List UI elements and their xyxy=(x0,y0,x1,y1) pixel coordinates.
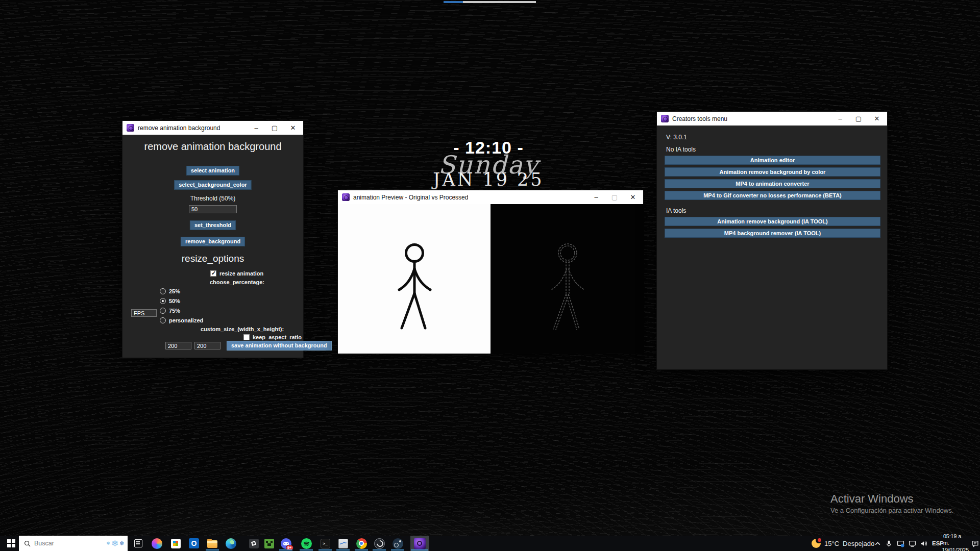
save-animation-button[interactable]: save animation without background xyxy=(227,341,332,350)
resize-animation-checkbox[interactable]: resize animation xyxy=(210,270,263,277)
window-title: Creators tools menu xyxy=(672,115,727,122)
chrome-button[interactable] xyxy=(355,537,368,549)
file-explorer-icon xyxy=(207,540,217,548)
minecraft-button[interactable] xyxy=(263,537,275,549)
maximize-icon[interactable]: ▢ xyxy=(854,112,863,126)
radio-selected-icon[interactable] xyxy=(160,298,166,304)
network-tray-button[interactable] xyxy=(909,536,916,551)
maximize-icon[interactable]: ▢ xyxy=(610,190,619,204)
weather-widget[interactable]: 15°C Despejado xyxy=(812,536,874,551)
edge-button[interactable] xyxy=(225,537,237,549)
file-explorer-button[interactable] xyxy=(206,537,218,549)
microphone-icon xyxy=(885,540,893,547)
threshold-input[interactable] xyxy=(189,205,237,213)
animation-editor-button[interactable]: Animation editor xyxy=(665,156,880,165)
taskbar: ❄ ❄ ❄ O 9+ >_ xyxy=(0,536,980,551)
ia-tools-section-label: IA tools xyxy=(666,207,686,214)
task-view-button[interactable] xyxy=(132,537,144,549)
progress-track xyxy=(463,1,536,3)
obs-button[interactable] xyxy=(373,537,385,549)
keep-aspect-ratio-checkbox[interactable]: keep_aspect_ratio xyxy=(243,334,302,340)
copilot-button[interactable] xyxy=(151,537,163,549)
slideshow-progress-bar xyxy=(444,1,536,3)
close-icon[interactable]: ✕ xyxy=(289,121,297,135)
steam-button[interactable] xyxy=(391,537,404,549)
microphone-tray-button[interactable] xyxy=(885,536,893,551)
volume-tray-button[interactable] xyxy=(920,536,927,551)
stick-figure-original xyxy=(338,204,491,354)
clock-time: - 12:10 - xyxy=(412,138,565,158)
running-indicator-active xyxy=(411,549,428,550)
set-threshold-button[interactable]: set_threshold xyxy=(190,220,236,230)
radio-personalized[interactable]: personalized xyxy=(160,317,203,323)
tray-expand-button[interactable] xyxy=(874,536,881,551)
remove-background-titlebar[interactable]: remove animation background – ▢ ✕ xyxy=(122,121,303,135)
threshold-label: Threshold (50%) xyxy=(190,195,236,202)
fps-input[interactable] xyxy=(131,309,157,317)
remove-background-button[interactable]: remove_background xyxy=(181,237,245,246)
radio-50[interactable]: 50% xyxy=(160,298,180,304)
tools-titlebar[interactable]: Creators tools menu – ▢ ✕ xyxy=(657,112,887,126)
animation-remove-bg-ia-button[interactable]: Animation remove background (IA TOOL) xyxy=(665,217,880,226)
custom-size-label: custom_size_(width_x_height): xyxy=(201,326,284,332)
terminal-button[interactable]: >_ xyxy=(319,537,331,549)
processed-animation-pane xyxy=(491,204,644,354)
roblox-button[interactable] xyxy=(248,537,260,549)
mp4-to-animation-button[interactable]: MP4 to animation converter xyxy=(665,179,880,188)
close-icon[interactable]: ✕ xyxy=(873,112,881,126)
minimize-icon[interactable]: – xyxy=(592,190,600,204)
taskbar-search[interactable]: ❄ ❄ ❄ xyxy=(19,536,128,551)
tray-clock[interactable]: 05:19 a. m. 19/01/2025 xyxy=(943,536,969,551)
checkbox-unchecked-icon[interactable] xyxy=(243,334,250,340)
maximize-icon[interactable]: ▢ xyxy=(271,121,279,135)
creator-tools-app-button[interactable] xyxy=(413,537,426,549)
page-title: remove animation background xyxy=(144,141,281,153)
terminal-icon: >_ xyxy=(321,539,330,548)
activation-watermark: Activar Windows Ve a Configuración para … xyxy=(830,492,953,514)
creator-tools-app-icon xyxy=(414,538,426,549)
search-input[interactable] xyxy=(34,540,103,547)
preview-titlebar[interactable]: animation Preview - Original vs Processe… xyxy=(338,190,643,204)
discord-button[interactable]: 9+ xyxy=(280,537,292,549)
radio-icon[interactable] xyxy=(160,308,166,314)
select-background-color-button[interactable]: select_background_color xyxy=(174,180,251,190)
cast-screen-icon xyxy=(897,540,904,547)
animation-remove-bg-by-color-button[interactable]: Animation remove background by color xyxy=(665,167,880,177)
minimize-icon[interactable]: – xyxy=(836,112,844,126)
mp4-bg-remover-ia-button[interactable]: MP4 background remover (IA TOOL) xyxy=(665,229,880,238)
outlook-icon: O xyxy=(189,538,199,548)
window-title: remove animation background xyxy=(138,124,220,132)
clear-night-weather-icon xyxy=(812,539,821,548)
windows-logo-icon xyxy=(7,539,15,547)
microsoft-store-button[interactable] xyxy=(169,537,182,549)
watermark-subtitle: Ve a Configuración para activar Windows. xyxy=(830,507,953,514)
original-animation-pane xyxy=(338,204,491,354)
radio-icon[interactable] xyxy=(160,288,166,294)
desktop: - 12:10 - Sunday JAN 19 25 remove animat… xyxy=(0,0,980,551)
spotify-button[interactable] xyxy=(300,537,312,549)
window-title: animation Preview - Original vs Processe… xyxy=(353,194,468,201)
remove-background-window: remove animation background – ▢ ✕ remove… xyxy=(122,120,304,358)
close-icon[interactable]: ✕ xyxy=(629,190,637,204)
radio-75[interactable]: 75% xyxy=(160,308,180,314)
select-animation-button[interactable]: select animation xyxy=(186,166,239,176)
radio-25[interactable]: 25% xyxy=(160,288,180,294)
start-button[interactable] xyxy=(4,536,18,551)
purple-app-icon xyxy=(661,115,669,122)
resize-animation-label: resize animation xyxy=(219,270,263,277)
mp4-to-gif-button[interactable]: MP4 to Gif converter no losses performan… xyxy=(665,191,880,200)
minimize-icon[interactable]: – xyxy=(252,121,260,135)
running-indicator xyxy=(373,549,386,550)
notification-center-button[interactable] xyxy=(971,536,979,551)
height-input[interactable] xyxy=(194,342,220,349)
notification-center-icon xyxy=(971,540,979,547)
outlook-button[interactable]: O xyxy=(188,537,200,549)
width-input[interactable] xyxy=(165,342,191,349)
cast-tray-button[interactable] xyxy=(897,536,904,551)
choose-percentage-label: choose_percentage: xyxy=(210,279,264,285)
photos-app-button[interactable] xyxy=(337,537,349,549)
radio-icon[interactable] xyxy=(160,317,166,323)
edge-icon xyxy=(226,538,236,549)
running-indicator xyxy=(206,549,219,550)
checkbox-checked-icon[interactable] xyxy=(210,270,216,277)
